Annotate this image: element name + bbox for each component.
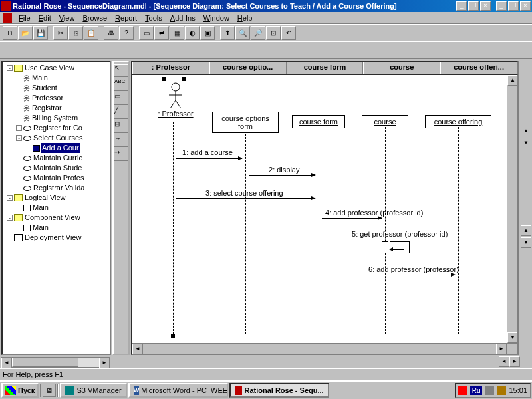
sequence-diagram-canvas[interactable]: : Professor course options form course f… [131, 74, 519, 355]
tree-item[interactable]: +Register for Co [4, 123, 108, 133]
menu-browse[interactable]: Browse [78, 13, 111, 23]
selection-handle[interactable] [171, 334, 175, 338]
browse-state-button[interactable]: ◐ [185, 26, 200, 40]
scroll-left-icon[interactable]: ◄ [1, 358, 12, 368]
msg-6-arrow[interactable] [388, 275, 455, 275]
tree-item[interactable]: 옷Main [4, 73, 108, 83]
selection-tool[interactable]: ↖ [114, 64, 128, 77]
parent-button[interactable]: ⬆ [220, 26, 235, 40]
open-button[interactable]: 📂 [18, 26, 33, 40]
scroll-up-icon[interactable]: ▲ [521, 225, 531, 236]
object-tool[interactable]: ⊟ [114, 120, 128, 133]
task-rational-rose[interactable]: Rational Rose - Sequ... [229, 383, 329, 398]
tree-item[interactable]: -Use Case View [4, 63, 108, 73]
print-button[interactable]: 🖶 [104, 26, 118, 40]
actor-professor[interactable]: : Professor [152, 82, 199, 118]
diagram-vscroll[interactable]: ▲ ▼ [507, 75, 517, 343]
tree-item[interactable]: 옷Registrar [4, 103, 108, 113]
restore-button[interactable]: ❐ [508, 1, 519, 11]
anchor-tool[interactable]: ╱ [114, 106, 128, 119]
mdi-vscroll[interactable]: ▲ ▼ ▲ ▼ [520, 59, 532, 356]
selection-handle[interactable] [162, 77, 166, 81]
browse-component-button[interactable]: ▦ [170, 26, 184, 40]
doc-close-button[interactable]: × [480, 1, 491, 11]
menu-edit[interactable]: Edit [35, 13, 55, 23]
object-course[interactable]: course [362, 115, 408, 128]
tray-icon[interactable] [485, 386, 494, 395]
tree-item[interactable]: Registrar Valida [4, 183, 108, 193]
col-course-offering[interactable]: course offeri... [440, 62, 517, 74]
expand-toggle[interactable]: - [16, 135, 22, 141]
tree-item[interactable]: -Select Courses [4, 133, 108, 143]
scroll-left-icon[interactable]: ◄ [132, 344, 143, 354]
tree-item[interactable]: Maintain Stude [4, 163, 108, 173]
menu-addins[interactable]: Add-Ins [166, 13, 200, 23]
menu-report[interactable]: Report [111, 13, 141, 23]
task-s3-vmanager[interactable]: S3 VManager [60, 383, 126, 398]
object-course-options-form[interactable]: course options form [212, 112, 279, 133]
msg-3-arrow[interactable] [176, 198, 315, 199]
object-course-offering[interactable]: course offering [425, 115, 491, 128]
menu-file[interactable]: File [15, 13, 35, 23]
expand-toggle[interactable]: - [7, 215, 13, 221]
tree-item[interactable]: 옷Student [4, 83, 108, 93]
diagram-hscroll[interactable]: ◄ ► [132, 343, 517, 354]
tray-icon[interactable] [458, 386, 467, 395]
scroll-right-icon[interactable]: ► [509, 356, 520, 367]
col-professor[interactable]: : Professor [132, 62, 209, 74]
msg-2-arrow[interactable] [249, 175, 315, 176]
col-course-form[interactable]: course form [287, 62, 364, 74]
scroll-thumb[interactable] [12, 358, 78, 367]
text-tool[interactable]: ABC [114, 78, 128, 91]
msg-1-arrow[interactable] [176, 158, 242, 159]
scroll-up-icon[interactable]: ▲ [507, 75, 518, 86]
tree-item[interactable]: Maintain Curric [4, 153, 108, 163]
copy-button[interactable]: ⎘ [68, 26, 83, 40]
menu-window[interactable]: Window [200, 13, 233, 23]
help-context-button[interactable]: ? [119, 26, 134, 40]
note-tool[interactable]: ▭ [114, 92, 128, 105]
doc-restore-button[interactable]: ❐ [468, 1, 479, 11]
paste-button[interactable]: 📋 [84, 26, 98, 40]
tree-item[interactable]: 옷Billing System [4, 113, 108, 123]
start-button[interactable]: Пуск [1, 383, 39, 398]
undo-fit-button[interactable]: ↶ [281, 26, 296, 40]
tree-item[interactable]: 옷Professor [4, 93, 108, 103]
scroll-up-icon[interactable]: ▲ [521, 126, 531, 136]
scroll-left-icon[interactable]: ◄ [499, 356, 509, 367]
zoom-out-button[interactable]: 🔎 [251, 26, 265, 40]
scroll-down-icon[interactable]: ▼ [521, 138, 531, 148]
fit-button[interactable]: ⊡ [266, 26, 281, 40]
tree-item[interactable]: Add a Cour [4, 143, 108, 153]
new-button[interactable]: 🗋 [3, 26, 17, 40]
expand-toggle[interactable]: - [7, 65, 13, 71]
browse-class-button[interactable]: ▭ [139, 26, 154, 40]
tree-item[interactable]: Main [4, 203, 108, 213]
expand-toggle[interactable]: + [16, 125, 22, 131]
scroll-right-icon[interactable]: ► [496, 344, 507, 354]
scroll-down-icon[interactable]: ▼ [507, 332, 518, 343]
menu-tools[interactable]: Tools [141, 13, 166, 23]
language-indicator[interactable]: Ru [470, 386, 483, 395]
message-tool[interactable]: → [114, 134, 128, 147]
browser-tree[interactable]: -Use Case View옷Main옷Student옷Professor옷Re… [3, 62, 110, 244]
save-button[interactable]: 💾 [33, 26, 48, 40]
object-course-form[interactable]: course form [292, 115, 345, 128]
browse-deploy-button[interactable]: ▣ [200, 26, 215, 40]
tree-hscroll[interactable]: ◄ ► [1, 357, 110, 368]
tray-icon[interactable] [497, 386, 506, 395]
doc-minimize-button[interactable]: _ [456, 1, 467, 11]
menu-help[interactable]: Help [233, 13, 257, 23]
selection-handle[interactable] [182, 77, 186, 81]
scroll-right-icon[interactable]: ► [99, 358, 110, 368]
zoom-in-button[interactable]: 🔍 [235, 26, 250, 40]
scroll-down-icon[interactable]: ▼ [521, 237, 531, 248]
tree-item[interactable]: Maintain Profes [4, 173, 108, 183]
activation-course[interactable] [382, 241, 388, 253]
tree-item[interactable]: -Logical View [4, 193, 108, 203]
expand-toggle[interactable]: - [7, 195, 13, 201]
col-course[interactable]: course [363, 62, 440, 74]
cut-button[interactable]: ✂ [53, 26, 68, 40]
quicklaunch-icon[interactable]: 🖥 [43, 384, 56, 397]
tree-item[interactable]: Main [4, 223, 108, 233]
